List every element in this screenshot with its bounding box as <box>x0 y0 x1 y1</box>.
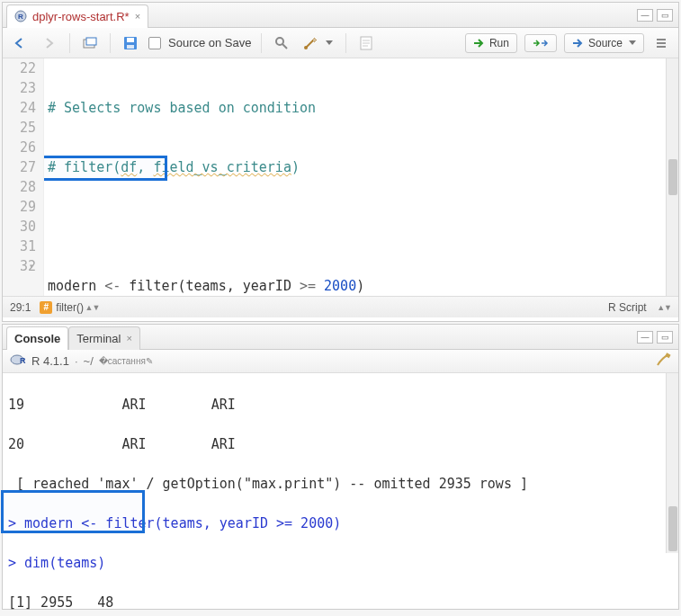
wd-popup-icon[interactable]: ✎ <box>146 356 153 366</box>
console-pane: Console Terminal × — ▭ R R 4.1.1 · ~/ �с… <box>2 324 679 610</box>
file-tab[interactable]: R dplyr-rows-start.R* × <box>6 4 148 28</box>
terminal-tab[interactable]: Terminal × <box>68 326 140 350</box>
svg-rect-3 <box>86 38 96 45</box>
find-button[interactable] <box>271 34 292 52</box>
source-statusbar: 29:1 # filter() ▲▼ R Script ▲▼ <box>3 296 678 317</box>
compile-report-button[interactable] <box>355 34 377 52</box>
filetype-label[interactable]: R Script <box>608 301 647 314</box>
outline-button[interactable] <box>651 35 671 51</box>
svg-rect-5 <box>127 38 134 42</box>
r-file-icon: R <box>14 10 27 22</box>
source-button[interactable]: Source <box>564 33 644 53</box>
svg-rect-19 <box>665 353 670 358</box>
forward-button[interactable] <box>39 35 60 51</box>
console-output[interactable]: 19 ARI ARI 20 ARI ARI [ reached 'max' / … <box>3 373 678 553</box>
run-button[interactable]: Run <box>465 33 517 53</box>
maximize-pane-button[interactable]: ▭ <box>657 331 673 344</box>
source-toolbar: Source on Save Run Source <box>3 28 678 58</box>
dropdown-caret-icon <box>326 40 333 45</box>
source-pane-controls: — ▭ <box>637 9 678 22</box>
svg-text:R: R <box>20 356 26 365</box>
cursor-position: 29:1 <box>10 301 31 314</box>
line-gutter: 22232425262728293031 32▾ <box>3 58 44 296</box>
dropdown-caret-icon <box>629 40 636 45</box>
file-tab-label: dplyr-rows-start.R* <box>32 10 130 23</box>
svg-rect-6 <box>127 45 134 49</box>
clear-console-button[interactable] <box>655 353 671 370</box>
working-dir-label[interactable]: ~/ <box>84 354 94 368</box>
scope-label[interactable]: filter() <box>56 301 84 314</box>
r-version-label: R 4.1.1 <box>31 354 69 368</box>
console-tab[interactable]: Console <box>6 326 68 350</box>
svg-line-8 <box>282 44 287 49</box>
editor-scrollbar[interactable] <box>666 58 678 296</box>
console-tab-label: Console <box>14 332 60 345</box>
console-tabbar: Console Terminal × — ▭ <box>3 325 678 350</box>
wd-popup-icon[interactable]: �састання <box>99 356 146 366</box>
source-tabbar: R dplyr-rows-start.R* × — ▭ <box>3 3 678 28</box>
console-scrollbar[interactable] <box>666 373 678 553</box>
code-editor[interactable]: 22232425262728293031 32▾ # Selects rows … <box>3 58 678 296</box>
source-on-save-checkbox[interactable] <box>148 37 161 49</box>
terminal-tab-label: Terminal <box>76 332 121 345</box>
minimize-pane-button[interactable]: — <box>637 9 653 22</box>
save-button[interactable] <box>120 34 141 52</box>
function-tag-icon: # <box>40 301 52 314</box>
maximize-pane-button[interactable]: ▭ <box>657 9 673 22</box>
code-tools-button[interactable] <box>300 34 336 52</box>
show-in-new-window-button[interactable] <box>79 35 101 51</box>
scope-stepper[interactable]: ▲▼ <box>84 303 99 312</box>
r-logo-icon: R <box>10 353 26 369</box>
close-tab-icon[interactable]: × <box>126 333 131 344</box>
svg-point-9 <box>304 46 308 49</box>
rerun-button[interactable] <box>524 34 557 52</box>
svg-text:R: R <box>18 13 23 21</box>
minimize-pane-button[interactable]: — <box>637 331 653 344</box>
source-button-label: Source <box>588 37 623 49</box>
svg-point-7 <box>276 38 283 45</box>
console-pane-controls: — ▭ <box>637 331 678 344</box>
code-text: # Selects rows based on condition <box>48 100 316 116</box>
run-button-label: Run <box>489 37 509 49</box>
console-subbar: R R 4.1.1 · ~/ �састання ✎ <box>3 350 678 373</box>
filetype-stepper[interactable]: ▲▼ <box>656 303 671 312</box>
close-tab-icon[interactable]: × <box>135 11 140 22</box>
source-on-save-label: Source on Save <box>168 36 252 49</box>
back-button[interactable] <box>10 35 31 51</box>
source-pane: R dplyr-rows-start.R* × — ▭ Source on Sa… <box>2 2 679 322</box>
code-area[interactable]: # Selects rows based on condition # filt… <box>44 58 678 296</box>
